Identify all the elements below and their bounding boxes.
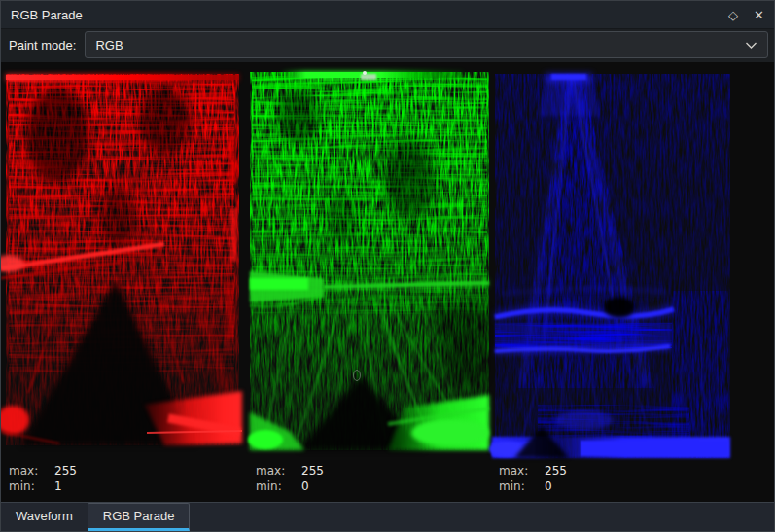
green-max-value: 255: [301, 463, 324, 479]
red-min-value: 1: [54, 479, 62, 494]
blue-min-label: min:: [499, 479, 545, 494]
rgb-parade-window: RGB Parade ◇ ✕ Paint mode: RGB: [0, 0, 775, 532]
scope-canvas: max:255 min:1 max:255 min:0 max:255 min:…: [1, 62, 774, 502]
window-title: RGB Parade: [11, 8, 728, 22]
paint-mode-label: Paint mode:: [9, 38, 76, 53]
chevron-down-icon: [745, 41, 757, 50]
tab-waveform[interactable]: Waveform: [1, 503, 88, 531]
green-parade-scope: [248, 71, 489, 450]
green-min-label: min:: [256, 479, 301, 494]
green-scope-stats: max:255 min:0: [256, 463, 324, 494]
close-icon[interactable]: ✕: [754, 9, 764, 21]
red-max-value: 255: [54, 463, 77, 479]
blue-max-value: 255: [545, 463, 567, 479]
blue-parade-scope: [489, 73, 730, 458]
float-icon[interactable]: ◇: [728, 9, 738, 21]
blue-max-label: max:: [499, 463, 545, 479]
rgb-parade-scopes: [1, 62, 774, 463]
green-max-label: max:: [256, 463, 301, 479]
red-scope-stats: max:255 min:1: [9, 463, 77, 494]
scope-tabbar: Waveform RGB Parade: [1, 502, 774, 531]
tab-rgb-parade[interactable]: RGB Parade: [88, 503, 191, 531]
paint-mode-select[interactable]: RGB: [85, 31, 768, 58]
red-parade-scope: [1, 74, 242, 445]
paint-mode-value: RGB: [95, 38, 745, 53]
titlebar: RGB Parade ◇ ✕: [1, 1, 774, 29]
green-min-value: 0: [301, 479, 309, 494]
blue-scope-stats: max:255 min:0: [499, 463, 567, 494]
red-min-label: min:: [9, 479, 54, 494]
blue-min-value: 0: [545, 479, 552, 494]
paint-mode-toolbar: Paint mode: RGB: [1, 29, 774, 62]
red-max-label: max:: [9, 463, 54, 479]
